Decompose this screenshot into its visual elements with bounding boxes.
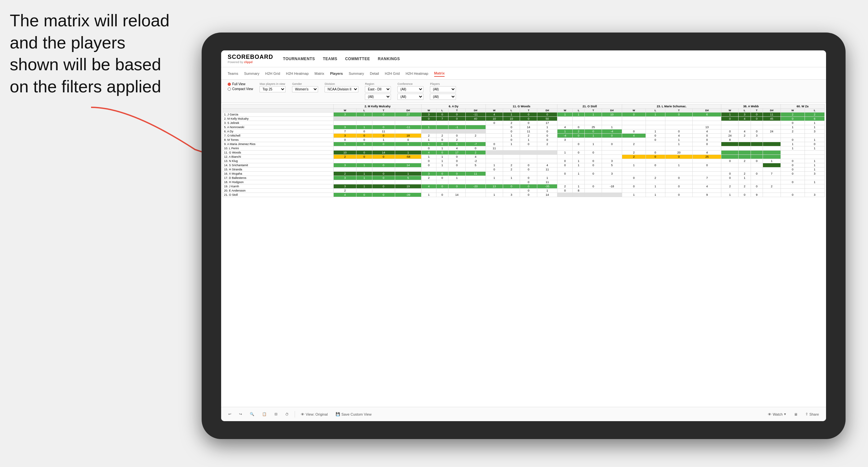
cell: 11 — [486, 146, 503, 151]
nav-tournaments[interactable]: TOURNAMENTS — [283, 55, 315, 62]
cell: 3 — [334, 125, 356, 129]
cell — [372, 189, 395, 193]
region-select2[interactable]: (All) — [365, 94, 391, 100]
cell: 2 — [646, 176, 665, 180]
cell — [503, 189, 520, 193]
cell — [805, 155, 825, 159]
redo-button[interactable]: ↪ — [237, 411, 244, 417]
cell: 0 — [693, 163, 721, 167]
conference-select[interactable]: (All) — [397, 86, 424, 92]
cell: 8 — [721, 138, 739, 142]
cell: -7 — [465, 142, 486, 146]
conference-select2[interactable]: (All) — [397, 94, 424, 100]
cell: 0 — [780, 117, 805, 121]
cell — [503, 180, 520, 184]
subnav-players[interactable]: Players — [330, 70, 343, 76]
player-name: 20. E Andersson — [223, 189, 334, 193]
cell: 0 — [585, 129, 602, 134]
subnav-h2h-heatmap2[interactable]: H2H Heatmap — [406, 70, 428, 76]
view-toggle: Full View Compact View — [228, 82, 253, 91]
cell: 0 — [503, 129, 520, 134]
cell — [646, 125, 665, 129]
cell: 3 — [334, 134, 356, 138]
cell — [486, 125, 503, 129]
nav-rankings[interactable]: RANKINGS — [378, 55, 400, 62]
cell: 2 — [739, 134, 751, 138]
cell — [537, 151, 557, 155]
toolbar-icon5[interactable]: 🖥 — [792, 411, 799, 417]
matrix-content[interactable]: 2. M Kelly Mulcahy 6. A Dy 11. G Woods 2… — [221, 103, 826, 407]
cell: 1 — [436, 155, 448, 159]
cell: 1 — [721, 113, 739, 117]
subnav-h2h-heatmap[interactable]: H2H Heatmap — [286, 70, 309, 76]
cell: 2 — [622, 151, 646, 155]
cell: 0 — [520, 163, 537, 167]
col-header-webb: 38. A Webb — [721, 104, 780, 108]
cell: 11 — [465, 172, 486, 176]
watch-button[interactable]: 👁 Watch ▾ — [766, 411, 788, 417]
division-select[interactable]: NCAA Division II — [324, 86, 359, 92]
subnav-matrix[interactable]: Matrix — [314, 70, 324, 76]
nav-committee[interactable]: COMMITTEE — [345, 55, 370, 62]
cell — [585, 176, 602, 180]
cell — [465, 176, 486, 180]
division-filter: Division NCAA Division II — [324, 82, 359, 92]
toolbar-icon2[interactable]: 📋 — [260, 411, 269, 417]
cell: 0 — [356, 134, 372, 138]
toolbar-icon1[interactable]: 🔍 — [248, 411, 256, 417]
view-original-button[interactable]: 👁 View: Original — [299, 411, 330, 417]
cell — [751, 146, 763, 151]
cell — [751, 151, 763, 155]
cell: 0 — [395, 138, 422, 142]
max-players-select[interactable]: Top 25 — [259, 86, 285, 92]
table-row: 19. J Karnh 3 1 0 19 4 0 0 -20 13 0 0 -3… — [223, 184, 825, 189]
cell: -58 — [395, 155, 422, 159]
cell — [751, 163, 763, 167]
cell — [780, 151, 805, 155]
wlt-w4: W — [557, 108, 573, 113]
cell: 0 — [557, 189, 573, 193]
region-select[interactable]: East - DII — [365, 86, 391, 92]
cell — [721, 146, 739, 151]
cell — [557, 117, 573, 121]
cell — [572, 176, 584, 180]
cell — [395, 180, 422, 184]
players-select2[interactable]: (All) — [430, 94, 456, 100]
cell: 11 — [763, 113, 780, 117]
cell: -11 — [395, 125, 422, 129]
subnav-summary2[interactable]: Summary — [349, 70, 364, 76]
full-view-radio[interactable]: Full View — [228, 82, 253, 86]
save-custom-button[interactable]: 💾 Save Custom View — [334, 411, 374, 417]
cell: 2 — [537, 142, 557, 146]
cell — [721, 125, 739, 129]
gender-select[interactable]: Women's — [292, 86, 318, 92]
cell: 0 — [356, 151, 372, 155]
cell: 0 — [751, 117, 763, 121]
subnav-detail[interactable]: Detail — [370, 70, 379, 76]
share-button[interactable]: ⇧ Share — [803, 411, 821, 417]
undo-button[interactable]: ↩ — [226, 411, 233, 417]
subnav-teams[interactable]: Teams — [228, 70, 238, 76]
cell — [503, 155, 520, 159]
cell — [486, 138, 503, 142]
cell — [585, 117, 602, 121]
players-select[interactable]: (All) — [430, 86, 456, 92]
cell: 4 — [486, 113, 503, 117]
cell — [395, 117, 422, 121]
cell — [503, 159, 520, 163]
cell — [665, 125, 693, 129]
toolbar-icon4[interactable]: ⏱ — [283, 411, 291, 417]
cell: 0 — [572, 151, 584, 155]
subnav-matrix2[interactable]: Matrix — [434, 70, 444, 77]
cell: 3 — [422, 113, 436, 117]
subnav-h2h-grid[interactable]: H2H Grid — [265, 70, 280, 76]
cell: 7 — [763, 172, 780, 176]
cell — [585, 138, 602, 142]
toolbar-icon3[interactable]: ⊟ — [273, 411, 279, 417]
cell: 17 — [537, 121, 557, 125]
compact-view-radio[interactable]: Compact View — [228, 87, 253, 91]
player-name: 8. M Torres — [223, 138, 334, 142]
subnav-summary[interactable]: Summary — [244, 70, 259, 76]
subnav-h2h-grid2[interactable]: H2H Grid — [385, 70, 400, 76]
nav-teams[interactable]: TEAMS — [323, 55, 338, 62]
